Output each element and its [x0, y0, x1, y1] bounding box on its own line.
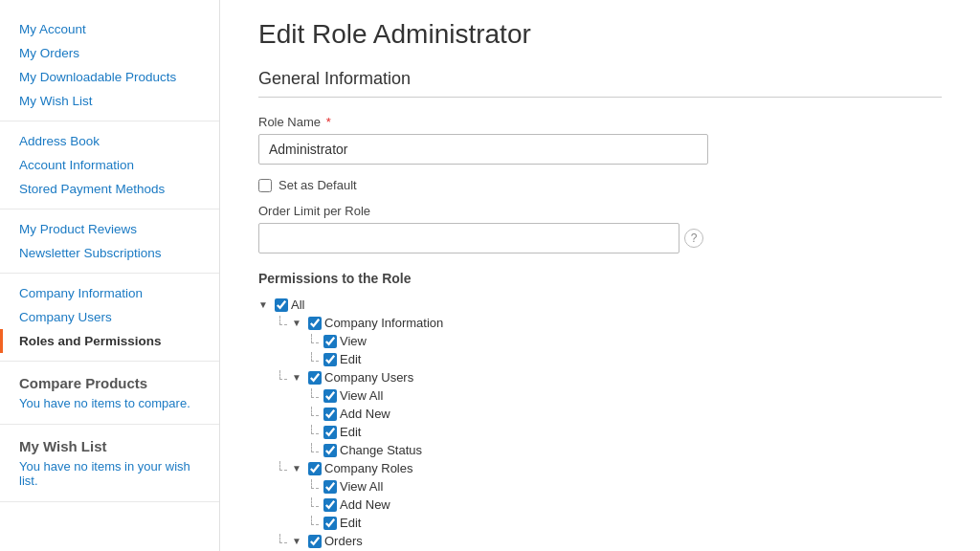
wish-list-widget: My Wish List You have no items in your w… — [0, 425, 219, 502]
tree-row-cu-edit: Edit — [311, 423, 942, 441]
toggle-company-info[interactable]: ▼ — [292, 318, 303, 329]
checkbox-company-users[interactable] — [308, 371, 322, 385]
sidebar-item-my-orders[interactable]: My Orders — [0, 41, 219, 65]
label-cr-edit: Edit — [340, 516, 361, 530]
checkbox-cr-add-new[interactable] — [323, 498, 337, 512]
label-company-info: Company Information — [324, 316, 443, 330]
sidebar-item-downloadable-products[interactable]: My Downloadable Products — [0, 65, 219, 89]
checkbox-company-info-view[interactable] — [323, 335, 337, 348]
line-company-roles — [279, 461, 287, 471]
tree-row-cu-change-status: Change Status — [311, 441, 942, 459]
role-name-label: Role Name * — [258, 115, 942, 129]
sidebar-item-address-book[interactable]: Address Book — [0, 129, 219, 153]
label-cu-change-status: Change Status — [340, 443, 422, 457]
toggle-company-users[interactable]: ▼ — [292, 372, 303, 384]
label-company-info-view: View — [340, 334, 367, 348]
line-cu-add-new — [311, 407, 319, 416]
sidebar-item-newsletter[interactable]: Newsletter Subscriptions — [0, 241, 219, 265]
tree-row-orders: ▼ Orders — [279, 532, 942, 550]
sidebar-group-reviews: My Product Reviews Newsletter Subscripti… — [0, 209, 219, 274]
label-cu-add-new: Add New — [340, 407, 390, 421]
line-orders — [279, 534, 287, 543]
checkbox-cu-add-new[interactable] — [323, 408, 337, 421]
checkbox-cr-edit[interactable] — [323, 517, 337, 530]
label-cr-add-new: Add New — [340, 497, 390, 512]
label-cr-view-all: View All — [340, 479, 383, 494]
tree-row-all: ▼ All — [258, 296, 942, 314]
line-company-users — [279, 370, 287, 380]
wish-list-text: You have no items in your wish list. — [19, 459, 200, 488]
page-title: Edit Role Administrator — [258, 19, 942, 50]
sidebar-group-account: My Account My Orders My Downloadable Pro… — [0, 10, 219, 121]
toggle-all[interactable]: ▼ — [258, 299, 270, 311]
set-as-default-label: Set as Default — [278, 178, 357, 192]
line-cr-view-all — [311, 479, 319, 489]
checkbox-all[interactable] — [275, 298, 288, 312]
checkbox-company-info-edit[interactable] — [323, 353, 337, 366]
tree-row-company-info-edit: Edit — [311, 350, 942, 368]
line-cu-edit — [311, 425, 319, 434]
order-limit-label: Order Limit per Role — [258, 204, 942, 218]
tree-row-company-info-view: View — [311, 332, 942, 350]
sidebar: My Account My Orders My Downloadable Pro… — [0, 0, 220, 551]
line-company-info — [279, 316, 287, 325]
order-limit-input[interactable] — [258, 223, 679, 253]
line-cr-edit — [311, 516, 319, 525]
checkbox-company-info[interactable] — [308, 317, 322, 330]
permissions-tree: ▼ All ▼ Company Information View Edit ▼ … — [258, 296, 942, 551]
role-name-input[interactable] — [258, 134, 708, 165]
checkbox-company-roles[interactable] — [308, 462, 322, 475]
permissions-label: Permissions to the Role — [258, 271, 942, 286]
sidebar-item-roles-permissions[interactable]: Roles and Permissions — [0, 329, 219, 353]
label-cu-view-all: View All — [340, 388, 383, 403]
tree-row-cr-view-all: View All — [311, 477, 942, 496]
tree-row-company-users: ▼ Company Users — [279, 368, 942, 386]
set-as-default-checkbox[interactable] — [258, 179, 272, 192]
sidebar-item-company-information[interactable]: Company Information — [0, 281, 219, 305]
sidebar-item-my-account[interactable]: My Account — [0, 17, 219, 41]
label-company-info-edit: Edit — [340, 352, 361, 366]
sidebar-item-stored-payment[interactable]: Stored Payment Methods — [0, 177, 219, 201]
line-cu-change-status — [311, 443, 319, 452]
sidebar-item-company-users[interactable]: Company Users — [0, 305, 219, 329]
toggle-company-roles[interactable]: ▼ — [292, 463, 303, 474]
label-all: All — [291, 298, 304, 312]
tree-row-company-info: ▼ Company Information — [279, 314, 942, 332]
general-information-section: General Information — [258, 69, 942, 98]
checkbox-orders[interactable] — [308, 535, 322, 548]
tree-row-company-roles: ▼ Company Roles — [279, 459, 942, 477]
order-limit-group: Order Limit per Role ? — [258, 204, 942, 253]
checkbox-cu-change-status[interactable] — [323, 444, 337, 457]
sidebar-item-wish-list[interactable]: My Wish List — [0, 89, 219, 113]
checkbox-cr-view-all[interactable] — [323, 480, 337, 494]
line-cu-view-all — [311, 388, 319, 398]
sidebar-item-account-info[interactable]: Account Information — [0, 153, 219, 177]
label-cu-edit: Edit — [340, 425, 361, 439]
main-content: Edit Role Administrator General Informat… — [220, 0, 980, 551]
compare-products-text: You have no items to compare. — [19, 396, 200, 410]
label-company-roles: Company Roles — [324, 461, 413, 475]
tree-row-cu-view-all: View All — [311, 386, 942, 405]
tree-row-cr-edit: Edit — [311, 514, 942, 532]
compare-products-title: Compare Products — [19, 375, 200, 391]
tree-row-cr-add-new: Add New — [311, 496, 942, 514]
compare-products-widget: Compare Products You have no items to co… — [0, 362, 219, 425]
order-limit-help-icon[interactable]: ? — [684, 229, 703, 248]
line-company-info-view — [311, 334, 319, 343]
toggle-orders[interactable]: ▼ — [292, 536, 303, 547]
checkbox-cu-edit[interactable] — [323, 426, 337, 439]
sidebar-group-company: Company Information Company Users Roles … — [0, 274, 219, 362]
sidebar-group-address: Address Book Account Information Stored … — [0, 121, 219, 209]
order-limit-row: ? — [258, 223, 942, 253]
checkbox-cu-view-all[interactable] — [323, 389, 337, 403]
sidebar-item-product-reviews[interactable]: My Product Reviews — [0, 217, 219, 241]
wish-list-title: My Wish List — [19, 438, 200, 454]
role-name-group: Role Name * — [258, 115, 942, 165]
tree-row-cu-add-new: Add New — [311, 405, 942, 423]
set-as-default-row: Set as Default — [258, 178, 942, 192]
label-company-users: Company Users — [324, 370, 413, 385]
label-orders: Orders — [324, 534, 363, 548]
line-company-info-edit — [311, 352, 319, 362]
line-cr-add-new — [311, 497, 319, 507]
